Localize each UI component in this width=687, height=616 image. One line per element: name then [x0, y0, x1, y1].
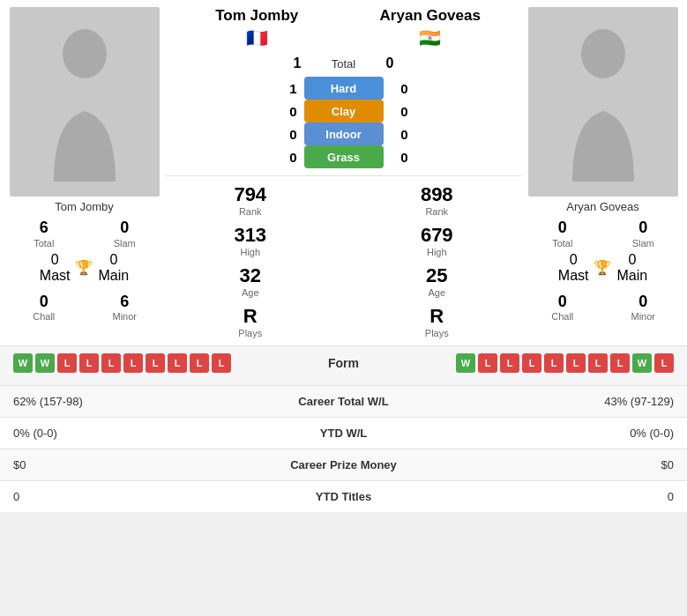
- right-minor-val: 0: [638, 293, 647, 312]
- surface-badge-grass: Grass: [304, 145, 384, 168]
- left-form-badge-2: L: [57, 353, 77, 373]
- form-label: Form: [328, 356, 359, 370]
- left-form-badge-6: L: [146, 353, 165, 373]
- left-age-lbl: Age: [242, 287, 259, 298]
- left-total-score: 1: [287, 56, 309, 71]
- right-plays-val: R: [429, 305, 444, 328]
- left-form-badges: WWLLLLLLLL: [13, 353, 231, 373]
- left-plays-val: R: [243, 305, 258, 328]
- right-total-score: 0: [379, 56, 401, 71]
- right-chall-val: 0: [558, 293, 567, 312]
- right-form-badge-5: L: [566, 353, 586, 373]
- right-age-val: 25: [426, 264, 447, 287]
- left-total-lbl: Total: [34, 238, 54, 249]
- left-name-center: Tom Jomby: [170, 7, 344, 25]
- stat-center-2: Career Prize Money: [241, 449, 447, 481]
- surface-right-score: 0: [391, 104, 408, 119]
- right-mast-val: 0: [570, 252, 578, 268]
- left-rank-val: 794: [234, 183, 266, 206]
- left-mast-val: 0: [51, 252, 59, 268]
- surface-right-score: 0: [391, 127, 408, 142]
- right-form-badge-9: L: [654, 353, 674, 373]
- stat-center-3: YTD Titles: [241, 481, 447, 513]
- right-trophy-icon: 🏆: [594, 259, 611, 276]
- surface-row-indoor: 0 Indoor 0: [280, 122, 408, 145]
- form-section: WWLLLLLLLL Form WLLLLLLLWL: [0, 345, 687, 385]
- right-main-lbl: Main: [616, 268, 647, 284]
- stats-table: 62% (157-98) Career Total W/L 43% (97-12…: [0, 385, 687, 512]
- left-form-badge-5: L: [123, 353, 143, 373]
- left-form-badge-0: W: [13, 353, 33, 373]
- left-player-photo: [10, 7, 160, 197]
- right-form-badge-3: L: [522, 353, 541, 373]
- right-rank-val: 898: [421, 183, 453, 206]
- stat-center-1: YTD W/L: [241, 418, 447, 449]
- right-main-val: 0: [628, 252, 636, 268]
- surface-badge-clay: Clay: [304, 100, 384, 122]
- right-mast-lbl: Mast: [558, 268, 589, 284]
- right-high-val: 679: [421, 224, 453, 247]
- left-slam-lbl: Slam: [114, 238, 136, 249]
- left-minor-lbl: Minor: [112, 311, 137, 322]
- right-form-badge-6: L: [588, 353, 608, 373]
- right-chall-lbl: Chall: [551, 311, 573, 322]
- surface-badge-hard: Hard: [304, 77, 384, 100]
- left-form-badge-9: L: [212, 353, 231, 373]
- surface-left-score: 0: [280, 127, 297, 142]
- right-form-badge-1: L: [478, 353, 497, 373]
- right-total-lbl: Total: [552, 238, 572, 249]
- right-rank-lbl: Rank: [425, 206, 448, 217]
- surface-left-score: 0: [280, 150, 297, 165]
- center-content: 1 Total 0 1 Hard 0 0 Clay 0 0 Indoor 0 0…: [166, 56, 521, 338]
- left-main-lbl: Main: [98, 268, 129, 284]
- total-label: Total: [317, 57, 370, 71]
- right-player-name: Aryan Goveas: [566, 200, 638, 213]
- stats-row-0: 62% (157-98) Career Total W/L 43% (97-12…: [0, 386, 687, 418]
- svg-point-0: [63, 29, 107, 78]
- right-name-center: Aryan Goveas: [344, 7, 518, 25]
- left-chall-val: 0: [40, 293, 49, 312]
- right-form-badge-8: W: [632, 353, 652, 373]
- left-player-name: Tom Jomby: [55, 200, 113, 213]
- stat-left-0: 62% (157-98): [0, 386, 241, 418]
- right-form-badge-4: L: [544, 353, 564, 373]
- right-slam-val: 0: [638, 219, 647, 238]
- left-chall-lbl: Chall: [33, 311, 55, 322]
- surface-row-hard: 1 Hard 0: [280, 77, 408, 100]
- right-slam-lbl: Slam: [632, 238, 654, 249]
- form-row: WWLLLLLLLL Form WLLLLLLLWL: [13, 353, 674, 373]
- center-names-row: Tom Jomby 🇫🇷 Aryan Goveas 🇮🇳: [166, 7, 521, 48]
- right-minor-lbl: Minor: [631, 311, 655, 322]
- right-player-col: Aryan Goveas 0 Total 0 Slam 0 Mast 🏆: [526, 7, 680, 322]
- left-total-val: 6: [40, 219, 49, 238]
- left-age-val: 32: [240, 264, 261, 287]
- left-form-badge-3: L: [79, 353, 99, 373]
- surface-left-score: 0: [280, 104, 297, 119]
- stat-right-2: $0: [446, 449, 687, 481]
- left-center-stats: 794 Rank 898 Rank 313 High 679: [166, 183, 521, 338]
- surface-rows: 1 Hard 0 0 Clay 0 0 Indoor 0 0 Grass 0: [280, 77, 408, 168]
- left-high-lbl: High: [240, 247, 260, 257]
- right-player-stats: 0 Total 0 Slam: [526, 219, 680, 249]
- surface-row-grass: 0 Grass 0: [280, 145, 408, 168]
- left-form-badge-8: L: [190, 353, 209, 373]
- left-player-col: Tom Jomby 6 Total 0 Slam 0 Mast 🏆 0: [7, 7, 161, 322]
- left-main-val: 0: [109, 252, 117, 268]
- left-flag: 🇫🇷: [170, 27, 344, 48]
- surface-badge-indoor: Indoor: [304, 122, 384, 145]
- stat-left-3: 0: [0, 481, 241, 513]
- svg-point-1: [581, 29, 625, 78]
- right-form-badge-0: W: [456, 353, 475, 373]
- left-minor-val: 6: [120, 293, 129, 312]
- surface-left-score: 1: [280, 81, 297, 96]
- right-bottom-stats: 0 Chall 0 Minor: [526, 293, 680, 323]
- right-high-lbl: High: [427, 247, 447, 257]
- divider: [166, 175, 521, 176]
- left-form-badge-4: L: [101, 353, 121, 373]
- right-age-lbl: Age: [428, 287, 445, 298]
- total-row: 1 Total 0: [166, 56, 521, 71]
- right-flag: 🇮🇳: [344, 27, 518, 48]
- left-trophy-row: 0 Mast 🏆 0 Main: [40, 252, 129, 284]
- stats-row-3: 0 YTD Titles 0: [0, 481, 687, 513]
- left-high-val: 313: [234, 224, 266, 247]
